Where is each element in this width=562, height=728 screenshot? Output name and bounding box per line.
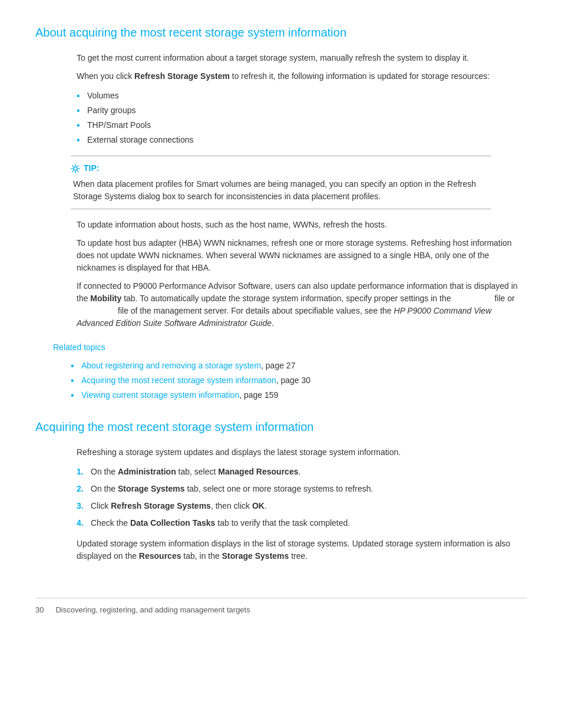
related-link-1-page: page 27 <box>266 361 296 370</box>
related-link-item: About registering and removing a storage… <box>71 360 527 372</box>
related-topics-list: About registering and removing a storage… <box>71 360 527 401</box>
step-2: On the Storage Systems tab, select one o… <box>77 483 527 495</box>
section2-outro: Updated storage system information displ… <box>77 538 527 562</box>
section2-title: Acquiring the most recent storage system… <box>35 418 527 436</box>
section2-intro-block: Refreshing a storage system updates and … <box>77 446 527 459</box>
footer: 30 Discovering, registering, and adding … <box>35 598 527 616</box>
tip-box: TIP: When data placement profiles for Sm… <box>71 156 491 209</box>
bullet-item: THP/Smart Pools <box>77 119 527 131</box>
step2-prefix: On the <box>91 484 118 493</box>
section2-outro-end: tree. <box>289 551 308 561</box>
para-p9000-mid1: tab. To automatically update the storage… <box>121 294 451 303</box>
tip-text: When data placement profiles for Smart v… <box>73 178 491 203</box>
related-link-2[interactable]: Acquiring the most recent storage system… <box>81 375 276 385</box>
related-link-3[interactable]: Viewing current storage system informati… <box>81 390 239 400</box>
section2-outro-mid: tab, in the <box>181 551 222 561</box>
svg-line-7 <box>78 165 78 166</box>
step-3: Click Refresh Storage Systems, then clic… <box>77 500 527 512</box>
tip-label-text: TIP: <box>84 162 99 174</box>
svg-line-5 <box>72 165 73 166</box>
svg-line-6 <box>78 170 78 171</box>
bullet-item: Volumes <box>77 90 527 102</box>
step-4: Check the Data Collection Tasks tab to v… <box>77 517 527 529</box>
step4-prefix: Check the <box>91 518 130 528</box>
main-title: About acquiring the most recent storage … <box>35 24 527 41</box>
related-link-item: Viewing current storage system informati… <box>71 389 527 401</box>
related-link-2-page: page 30 <box>280 375 310 385</box>
section2-intro: Refreshing a storage system updates and … <box>77 446 527 459</box>
intro-para2: When you click Refresh Storage System to… <box>77 70 527 83</box>
para-hba: To update host bus adapter (HBA) WWN nic… <box>77 237 527 274</box>
step3-bold2: OK <box>252 501 265 510</box>
related-link-item: Acquiring the most recent storage system… <box>71 374 527 387</box>
body-block: To update information about hosts, such … <box>77 219 527 330</box>
step1-bold2: Managed Resources <box>218 467 298 476</box>
related-topics-title: Related topics <box>53 341 527 354</box>
step4-bold1: Data Collection Tasks <box>130 518 215 528</box>
para-hosts: To update information about hosts, such … <box>77 219 527 231</box>
svg-line-8 <box>72 170 73 171</box>
para-p9000-bold1: Mobility <box>90 294 121 303</box>
step3-bold1: Refresh Storage Systems <box>111 501 211 510</box>
para-p9000-mid2: file or <box>494 294 514 303</box>
section2-outro-block: Updated storage system information displ… <box>77 538 527 562</box>
para-p9000-mid3: file of the management server. For detai… <box>118 306 394 315</box>
step1-suffix: tab, select <box>176 467 219 476</box>
footer-page-number: 30 <box>35 604 44 616</box>
related-topics-section: Related topics About registering and rem… <box>53 341 527 401</box>
bullet-item: External storage connections <box>77 134 527 146</box>
step1-end: . <box>298 467 300 476</box>
step3-end: . <box>265 501 267 510</box>
section2-outro-bold1: Resources <box>139 551 181 561</box>
svg-point-0 <box>74 167 77 170</box>
step3-prefix: Click <box>91 501 111 510</box>
step-1: On the Administration tab, select Manage… <box>77 466 527 478</box>
para-p9000-end: . <box>272 318 274 328</box>
bullet-list: Volumes Parity groups THP/Smart Pools Ex… <box>77 90 527 146</box>
bullet-item: Parity groups <box>77 104 527 117</box>
related-link-1[interactable]: About registering and removing a storage… <box>81 361 261 370</box>
steps-list: On the Administration tab, select Manage… <box>77 466 527 529</box>
step2-suffix: tab, select one or more storage systems … <box>185 484 373 493</box>
intro-para2-bold: Refresh Storage System <box>134 71 230 81</box>
intro-para2-prefix: When you click <box>77 71 134 81</box>
section2-outro-bold2: Storage Systems <box>222 551 289 561</box>
step1-prefix: On the <box>91 467 118 476</box>
step3-suffix: , then click <box>211 501 252 510</box>
tip-icon <box>71 164 80 173</box>
para-p9000: If connected to P9000 Performance Adviso… <box>77 280 527 330</box>
intro-para1: To get the most current information abou… <box>77 52 527 64</box>
step2-bold1: Storage Systems <box>118 484 185 493</box>
intro-block: To get the most current information abou… <box>77 52 527 83</box>
footer-text: Discovering, registering, and adding man… <box>55 604 250 616</box>
tip-content: When data placement profiles for Smart v… <box>73 178 491 203</box>
step1-bold1: Administration <box>118 467 176 476</box>
related-link-3-page: page 159 <box>244 390 278 400</box>
intro-para2-suffix: to refresh it, the following information… <box>230 71 490 81</box>
step4-suffix: tab to verify that the task completed. <box>215 518 350 528</box>
tip-label-row: TIP: <box>71 162 491 174</box>
